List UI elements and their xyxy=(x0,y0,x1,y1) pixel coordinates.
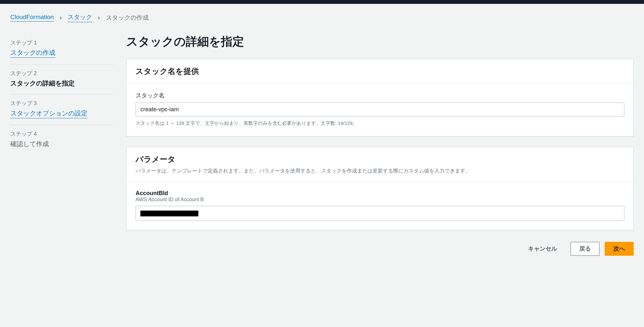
stack-name-hint: スタック名は 1 ～ 128 文字で、文字から始まり、英数字のみを含む必要があり… xyxy=(136,120,624,127)
content-wrapper: CloudFormation › スタック › スタックの作成 ステップ 1 ス… xyxy=(0,4,644,266)
cancel-button[interactable]: キャンセル xyxy=(520,242,565,255)
step-number: ステップ 1 xyxy=(10,39,113,46)
breadcrumb-stack[interactable]: スタック xyxy=(68,13,92,22)
wizard-step-3[interactable]: ステップ 3 スタックオプションの設定 xyxy=(10,94,113,125)
chevron-right-icon: › xyxy=(60,14,62,21)
step-title: 確認して作成 xyxy=(10,140,113,148)
layout: ステップ 1 スタックの作成 ステップ 2 スタックの詳細を指定 ステップ 3 … xyxy=(10,34,634,256)
step-title[interactable]: スタックオプションの設定 xyxy=(10,109,88,118)
param-name: AccountBId xyxy=(136,190,624,197)
step-number: ステップ 3 xyxy=(10,100,113,107)
panel-header: スタック名を提供 xyxy=(127,59,633,84)
step-number: ステップ 4 xyxy=(10,130,113,138)
breadcrumb-current: スタックの作成 xyxy=(106,14,149,22)
wizard-step-1[interactable]: ステップ 1 スタックの作成 xyxy=(10,34,113,64)
wizard-step-2: ステップ 2 スタックの詳細を指定 xyxy=(10,64,113,94)
panel-description: パラメータは、テンプレートで定義されます。また、パラメータを使用すると、スタック… xyxy=(136,167,624,175)
redacted-value xyxy=(140,211,198,216)
back-button[interactable]: 戻る xyxy=(571,242,600,256)
wizard-sidebar: ステップ 1 スタックの作成 ステップ 2 スタックの詳細を指定 ステップ 3 … xyxy=(10,34,113,256)
step-title[interactable]: スタックの作成 xyxy=(10,48,55,58)
parameters-panel: パラメータ パラメータは、テンプレートで定義されます。また、パラメータを使用する… xyxy=(126,147,634,230)
panel-body: AccountBId AWS Account ID of Account B xyxy=(127,182,633,230)
stack-name-input[interactable] xyxy=(136,103,624,116)
page-title: スタックの詳細を指定 xyxy=(126,34,634,50)
wizard-step-4: ステップ 4 確認して作成 xyxy=(10,125,113,155)
next-button[interactable]: 次へ xyxy=(605,242,634,256)
panel-heading: スタック名を提供 xyxy=(136,66,624,76)
step-number: ステップ 2 xyxy=(10,70,113,77)
panel-heading: パラメータ xyxy=(136,154,624,164)
panel-body: スタック名 スタック名は 1 ～ 128 文字で、文字から始まり、英数字のみを含… xyxy=(127,84,633,136)
stack-name-label: スタック名 xyxy=(136,92,624,99)
account-b-id-input[interactable] xyxy=(136,206,624,221)
param-description: AWS Account ID of Account B xyxy=(136,197,624,203)
chevron-right-icon: › xyxy=(98,14,100,21)
breadcrumb-root[interactable]: CloudFormation xyxy=(10,14,54,22)
footer-actions: キャンセル 戻る 次へ xyxy=(126,241,634,256)
top-bar xyxy=(0,0,644,4)
panel-header: パラメータ パラメータは、テンプレートで定義されます。また、パラメータを使用する… xyxy=(127,147,633,182)
breadcrumb: CloudFormation › スタック › スタックの作成 xyxy=(10,13,634,22)
main-content: スタックの詳細を指定 スタック名を提供 スタック名 スタック名は 1 ～ 128… xyxy=(126,34,634,256)
step-title: スタックの詳細を指定 xyxy=(10,79,113,88)
stack-name-panel: スタック名を提供 スタック名 スタック名は 1 ～ 128 文字で、文字から始ま… xyxy=(126,59,634,136)
